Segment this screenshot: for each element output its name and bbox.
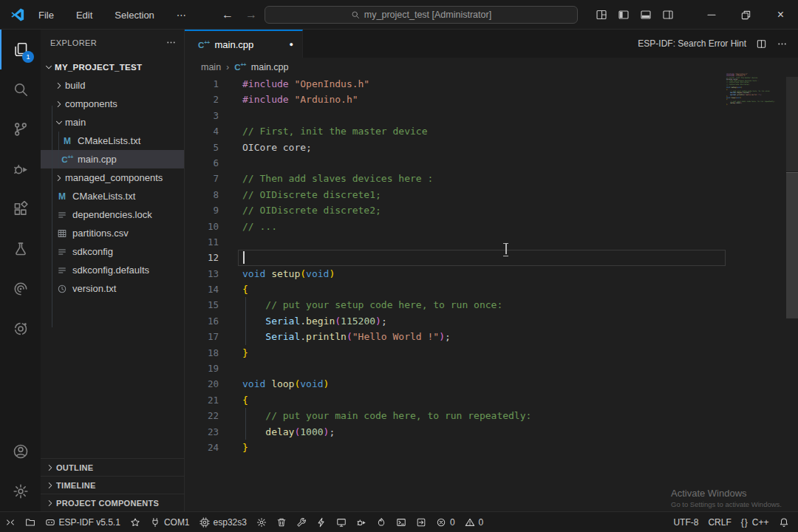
line-number[interactable]: 13 bbox=[185, 266, 219, 282]
activity-search[interactable] bbox=[0, 69, 41, 109]
status-encoding[interactable]: UTF-8 bbox=[669, 512, 703, 532]
status-language-mode[interactable]: {}C++ bbox=[736, 512, 774, 532]
line-number[interactable]: 11 bbox=[185, 234, 219, 250]
status-flash[interactable] bbox=[311, 512, 331, 532]
code-line[interactable]: 5OICore core; bbox=[185, 140, 798, 155]
tree-item-main[interactable]: main bbox=[41, 113, 184, 132]
code-line[interactable]: 17 Serial.println("Hello World !"); bbox=[185, 329, 798, 344]
code-line[interactable]: 22 // put your main code here, to run re… bbox=[185, 408, 798, 423]
menu-edit[interactable]: Edit bbox=[72, 8, 97, 22]
status-notifications[interactable] bbox=[774, 512, 794, 532]
status-star[interactable] bbox=[125, 512, 145, 532]
code-line[interactable]: 2#include "Arduino.h" bbox=[185, 92, 798, 107]
line-number[interactable]: 19 bbox=[185, 361, 219, 376]
code-line[interactable]: 23 delay(1000); bbox=[185, 424, 798, 440]
minimap[interactable]: #include "OpenIndus.h"#include "Arduino.… bbox=[726, 74, 784, 106]
toggle-sidebar-icon[interactable] bbox=[618, 9, 630, 21]
more-actions-icon[interactable] bbox=[166, 37, 177, 48]
activity-extensions[interactable] bbox=[0, 189, 41, 229]
tree-item-managed-components[interactable]: managed_components bbox=[41, 168, 184, 187]
activity-source-control[interactable] bbox=[0, 109, 41, 149]
line-number[interactable]: 9 bbox=[185, 202, 219, 218]
breadcrumb-folder[interactable]: main bbox=[201, 62, 221, 72]
line-number[interactable]: 12 bbox=[185, 250, 219, 265]
code-line[interactable]: 18} bbox=[185, 345, 798, 361]
line-number[interactable]: 2 bbox=[185, 92, 219, 107]
status-run[interactable] bbox=[411, 512, 431, 532]
activity-esp-idf-explorer[interactable] bbox=[0, 309, 41, 349]
line-number[interactable]: 18 bbox=[185, 345, 219, 361]
code-line[interactable]: 7// Then add slaves devices here : bbox=[185, 171, 798, 186]
code-line[interactable]: 9// OIDiscrete discrete2; bbox=[185, 202, 798, 218]
code-line[interactable]: 13void setup(void) bbox=[185, 266, 798, 282]
toggle-panel-icon[interactable] bbox=[640, 9, 652, 21]
status-errors[interactable]: 0 bbox=[431, 512, 460, 532]
activity-espressif[interactable] bbox=[0, 269, 41, 309]
line-number[interactable]: 24 bbox=[185, 440, 219, 455]
code-line[interactable]: 21{ bbox=[185, 392, 798, 408]
status-esp-idf-version[interactable]: ESP-IDF v5.5.1 bbox=[40, 512, 125, 532]
restore-button[interactable] bbox=[729, 0, 763, 30]
code-line[interactable]: 11 bbox=[185, 234, 798, 250]
line-number[interactable]: 1 bbox=[185, 76, 219, 92]
status-serial-port[interactable]: COM1 bbox=[145, 512, 194, 532]
line-number[interactable]: 22 bbox=[185, 408, 219, 423]
esp-idf-hint-button[interactable]: ESP-IDF: Search Error Hint bbox=[638, 38, 746, 49]
tree-item-build[interactable]: build bbox=[41, 76, 184, 95]
code-line[interactable]: 3 bbox=[185, 108, 798, 123]
code-line[interactable]: 24} bbox=[185, 440, 798, 455]
code-line[interactable]: 15 // put your setup code here, to run o… bbox=[185, 297, 798, 313]
tree-item-main-cpp[interactable]: C++main.cpp bbox=[41, 150, 184, 168]
menu-selection[interactable]: Selection bbox=[110, 8, 158, 22]
code-line[interactable]: 4// First, init the master device bbox=[185, 123, 798, 139]
customize-layout-icon[interactable] bbox=[596, 9, 607, 21]
line-number[interactable]: 21 bbox=[185, 392, 219, 408]
line-number[interactable]: 6 bbox=[185, 155, 219, 171]
code-line[interactable]: 6 bbox=[185, 155, 798, 171]
forward-arrow-icon[interactable]: → bbox=[245, 8, 257, 21]
line-number[interactable]: 3 bbox=[185, 108, 219, 123]
tree-item-components[interactable]: components bbox=[41, 95, 184, 113]
scrollbar-track[interactable] bbox=[786, 77, 798, 171]
status-debug[interactable] bbox=[351, 512, 371, 532]
modified-dot-icon[interactable]: ● bbox=[290, 41, 293, 48]
activity-accounts[interactable] bbox=[0, 432, 41, 471]
menu-overflow[interactable]: ⋯ bbox=[172, 8, 191, 22]
breadcrumb-file[interactable]: main.cpp bbox=[251, 62, 289, 72]
line-number[interactable]: 17 bbox=[185, 329, 219, 344]
code-line[interactable]: 16 Serial.begin(115200); bbox=[185, 313, 798, 329]
split-editor-icon[interactable] bbox=[756, 38, 767, 50]
tree-item-cmakelists-txt[interactable]: MCMakeLists.txt bbox=[41, 187, 184, 205]
status-build-flash-monitor[interactable] bbox=[371, 512, 391, 532]
toggle-secondary-sidebar-icon[interactable] bbox=[662, 9, 674, 21]
code-line[interactable]: 12 bbox=[185, 250, 798, 265]
editor-more-actions-icon[interactable] bbox=[777, 38, 788, 50]
tree-item-dependencies-lock[interactable]: dependencies.lock bbox=[41, 205, 184, 224]
code-line[interactable]: 20void loop(void) bbox=[185, 376, 798, 392]
tree-item-partitions-csv[interactable]: partitions.csv bbox=[41, 224, 184, 242]
back-arrow-icon[interactable]: ← bbox=[222, 8, 233, 21]
status-monitor[interactable] bbox=[331, 512, 351, 532]
line-number[interactable]: 14 bbox=[185, 282, 219, 297]
code-line[interactable]: 8// OIDiscrete discrete1; bbox=[185, 187, 798, 202]
minimize-button[interactable] bbox=[694, 0, 729, 30]
activity-explorer[interactable]: 1 bbox=[0, 30, 41, 69]
tree-item-cmakelists-txt[interactable]: MCMakeLists.txt bbox=[41, 132, 184, 150]
activity-testing[interactable] bbox=[0, 229, 41, 269]
status-folder[interactable] bbox=[20, 512, 40, 532]
section-project-components[interactable]: PROJECT COMPONENTS bbox=[41, 494, 184, 511]
status-device-target[interactable]: esp32s3 bbox=[194, 512, 251, 532]
section-outline[interactable]: OUTLINE bbox=[41, 458, 184, 476]
status-terminal[interactable] bbox=[391, 512, 411, 532]
line-number[interactable]: 16 bbox=[185, 313, 219, 329]
line-number[interactable]: 23 bbox=[185, 424, 219, 440]
line-number[interactable]: 5 bbox=[185, 140, 219, 155]
close-button[interactable]: × bbox=[763, 0, 798, 30]
menu-file[interactable]: File bbox=[34, 8, 58, 22]
status-build[interactable] bbox=[291, 512, 311, 532]
code-line[interactable]: 10// ... bbox=[185, 219, 798, 234]
scrollbar-slider[interactable] bbox=[786, 172, 798, 318]
line-number[interactable]: 20 bbox=[185, 376, 219, 392]
line-number[interactable]: 7 bbox=[185, 171, 219, 186]
line-number[interactable]: 15 bbox=[185, 297, 219, 313]
